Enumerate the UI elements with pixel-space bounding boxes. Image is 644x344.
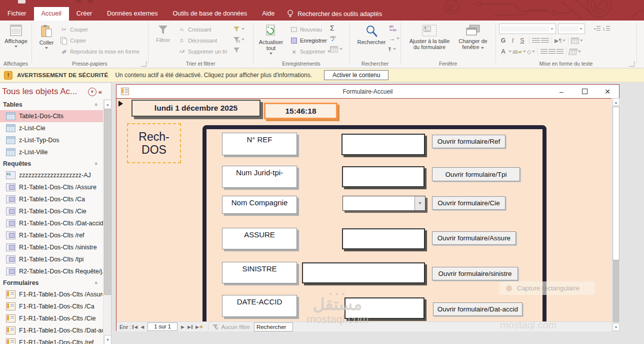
more-table-icon[interactable] xyxy=(330,45,342,53)
advanced-filter-icon[interactable] xyxy=(233,25,244,33)
open-form-tpi-button[interactable]: Ouvrir formulaire/Tpi xyxy=(432,167,520,181)
paste-button[interactable]: Coller xyxy=(35,23,58,49)
open-form-dat-accid-button[interactable]: Ouvrir formulaire/Dat-accid xyxy=(433,302,522,316)
nav-item[interactable]: R1-Table1-Dos-Clts /tpi xyxy=(0,253,103,265)
text-direction-icon[interactable]: ▶¶ xyxy=(554,38,562,44)
tell-me-search[interactable]: Rechercher des outils adaptés xyxy=(282,7,387,21)
open-form-ref-button[interactable]: Ouvrir formulaire/Ref xyxy=(432,135,506,148)
nav-item[interactable]: R1-Table1-Dos-Clts /ref xyxy=(0,229,103,241)
nav-pane-title[interactable]: Tous les objets Ac... xyxy=(2,87,86,97)
next-record-icon[interactable]: ▶ xyxy=(181,324,184,329)
previous-record-icon[interactable]: ◀ xyxy=(140,324,144,329)
gridlines-icon[interactable] xyxy=(571,38,579,44)
font-family-combo[interactable] xyxy=(499,24,556,34)
input-assure[interactable] xyxy=(342,228,425,249)
nav-scrollbar-thumb[interactable] xyxy=(104,109,112,295)
tab-outils-bdd[interactable]: Outils de base de données xyxy=(166,7,255,21)
alternate-fill-icon[interactable] xyxy=(568,49,578,55)
fit-to-form-button[interactable]: Ajuster à la taille du formulaire xyxy=(407,23,452,50)
find-button[interactable]: Rechercher xyxy=(356,23,387,45)
totals-sigma-icon[interactable]: Σ xyxy=(330,24,342,32)
nav-item[interactable]: z-List-Cie xyxy=(0,122,103,134)
scroll-up-icon[interactable]: ▲ xyxy=(104,100,112,109)
select-cursor-icon[interactable] xyxy=(389,45,400,53)
toggle-filter-icon[interactable] xyxy=(233,46,244,54)
rech-dos-label[interactable]: Rech- DOS xyxy=(127,123,181,163)
quick-access-icon[interactable] xyxy=(18,0,26,4)
first-record-icon[interactable]: ◀ xyxy=(132,324,138,329)
highlight-icon[interactable]: ab▰ xyxy=(512,49,522,55)
spelling-check-icon[interactable]: ABC✓ xyxy=(330,35,342,43)
align-left-icon[interactable] xyxy=(540,49,548,54)
refresh-all-button[interactable]: Actualiser tout xyxy=(256,23,286,55)
tab-fichier[interactable]: Fichier xyxy=(0,7,34,21)
filter-options-icon[interactable] xyxy=(233,36,244,44)
nav-item[interactable]: F1-R1-Table1-Dos-Clts /Dat-ac... xyxy=(0,324,103,336)
nav-item[interactable]: Table1-Dos-Clts xyxy=(0,110,103,122)
switch-window-button[interactable]: Changer de fenêtre xyxy=(453,23,493,50)
tab-donnees-externes[interactable]: Données externes xyxy=(100,7,165,21)
goto-icon[interactable]: → xyxy=(389,35,400,43)
nav-section-formulaires[interactable]: Formulaires« xyxy=(0,277,103,288)
font-size-combo[interactable] xyxy=(558,24,585,34)
open-form-sinistre-button[interactable]: Ouvrir formulaire/sinistre xyxy=(432,267,518,280)
nav-section-tables[interactable]: Tables« xyxy=(0,99,103,110)
remove-sort-button[interactable]: Supprimer un tri xyxy=(178,47,227,56)
increase-indent-icon[interactable] xyxy=(532,38,540,43)
nav-scrollbar[interactable]: ▲ ▼ xyxy=(103,99,111,344)
shutter-close-icon[interactable]: « xyxy=(98,88,102,96)
delete-record-button[interactable]: Supprimer xyxy=(290,47,330,56)
nav-item[interactable]: F1-R1-Table1-Dos-Clts /Ca xyxy=(0,300,103,312)
copy-button[interactable]: Copier xyxy=(60,36,140,45)
nav-item[interactable]: zzzzzzzzzzzzzzzzzzzz-AJ xyxy=(0,169,103,181)
record-search-input[interactable]: Rechercher xyxy=(254,322,293,331)
quick-access-undo-icon[interactable] xyxy=(76,0,81,3)
sort-ascending-button[interactable]: Croissant xyxy=(178,25,227,34)
dialog-launcher-icon[interactable] xyxy=(629,61,634,67)
maximize-button[interactable] xyxy=(573,85,596,98)
decrease-indent-icon[interactable] xyxy=(541,38,549,43)
underline-button[interactable]: S xyxy=(518,37,526,44)
view-button[interactable]: Affichage xyxy=(3,23,29,48)
nav-item[interactable]: F1-R1-Table1-Dos-Clts /Assure xyxy=(0,288,103,300)
nav-item[interactable]: F1-R1-Table1-Dos-Clts /ref xyxy=(0,336,103,344)
tab-aide[interactable]: Aide xyxy=(254,7,282,21)
nav-item[interactable]: R1-Table1-Dos-Clts /Assure xyxy=(0,181,103,193)
tab-accueil[interactable]: Accueil xyxy=(34,7,69,21)
sort-descending-button[interactable]: Décroissant xyxy=(178,36,227,45)
minimize-button[interactable]: – xyxy=(550,85,573,98)
nav-item[interactable]: R1-Table1-Dos-Clts /Ca xyxy=(0,193,103,205)
collapse-section-icon[interactable]: « xyxy=(94,103,100,106)
nav-item[interactable]: R2-Table1-Dos-Clts Requête/j... xyxy=(0,265,103,277)
bullet-list-icon[interactable]: • xyxy=(594,26,600,32)
align-center-icon[interactable] xyxy=(548,49,556,54)
format-painter-button[interactable]: Reproduire la mise en forme xyxy=(60,47,140,56)
collapse-section-icon[interactable]: « xyxy=(94,281,100,284)
numbered-list-icon[interactable]: 1 xyxy=(602,26,610,32)
collapse-section-icon[interactable]: « xyxy=(94,162,100,165)
form-window-titlebar[interactable]: Formulaire-Accueil – ✕ xyxy=(116,85,619,99)
scroll-down-icon[interactable]: ▼ xyxy=(612,323,620,331)
fill-color-icon[interactable]: ◇ xyxy=(527,49,531,55)
input-ref[interactable] xyxy=(342,134,425,155)
replace-icon[interactable]: ab↳ac xyxy=(389,24,400,32)
font-color-icon[interactable]: A xyxy=(499,48,508,55)
close-button[interactable]: ✕ xyxy=(596,85,619,98)
nav-item[interactable]: R1-Table1-Dos-Clts /sinistre xyxy=(0,241,103,253)
bold-button[interactable]: G xyxy=(499,37,508,44)
chevron-down-icon[interactable] xyxy=(414,196,425,210)
nav-item[interactable]: z-List-Typ-Dos xyxy=(0,134,103,146)
record-position[interactable]: 1 sur 1 xyxy=(148,322,178,331)
form-scrollbar-thumb[interactable] xyxy=(612,107,620,260)
nav-item[interactable]: z-List-Ville xyxy=(0,146,103,158)
align-right-icon[interactable] xyxy=(556,49,564,54)
save-record-button[interactable]: Enregistrer xyxy=(290,36,330,45)
nav-section-requêtes[interactable]: Requêtes« xyxy=(0,158,103,169)
last-record-icon[interactable]: ▶ xyxy=(188,324,192,329)
nav-item[interactable]: R1-Table1-Dos-Clts /Cie xyxy=(0,205,103,217)
italic-button[interactable]: I xyxy=(508,37,517,44)
nav-item[interactable]: F1-R1-Table1-Dos-Clts /Cie xyxy=(0,312,103,324)
scroll-down-icon[interactable]: ▼ xyxy=(104,335,112,344)
new-record-button[interactable]: Nouveau xyxy=(290,25,330,34)
compagnie-combobox[interactable] xyxy=(342,196,426,211)
